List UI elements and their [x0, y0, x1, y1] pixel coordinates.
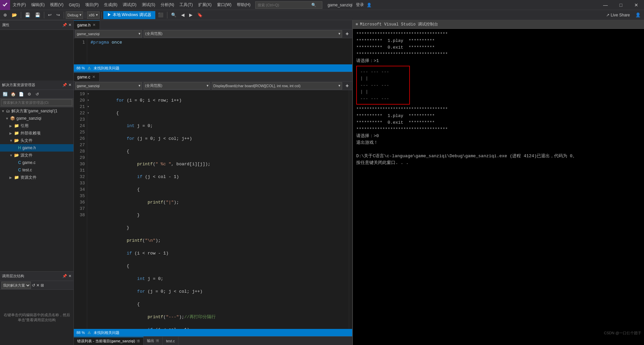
tree-resources[interactable]: ▶ 📁 资源文件 [0, 174, 73, 181]
editor-scrollbar[interactable] [349, 90, 352, 329]
sign-in-icon[interactable]: 👤 [367, 3, 372, 7]
game-h-tab-bar: game.h ✕ [74, 20, 352, 30]
call-hierarchy-pin[interactable]: 📌 [62, 274, 67, 278]
view-toggle-btn[interactable]: ⊞ [41, 283, 44, 288]
tree-root-label: 解决方案'game_sanziqi'(1 [11, 108, 57, 114]
menu-view[interactable]: 视图(V) [47, 0, 66, 10]
call-hierarchy-panel: 调用层次结构 📌 ✕ 我的解决方案 ↺ ✕ ⊞ 右键单击代码编辑器中的成员名称，… [0, 271, 73, 345]
menu-build[interactable]: 生成(B) [101, 0, 120, 10]
sync-btn[interactable]: 🔄 [1, 91, 9, 98]
console-line-5: *********************************** [356, 106, 641, 113]
bookmark-btn[interactable]: 🔖 [195, 11, 205, 19]
grid-row-2: | | [360, 75, 406, 82]
tab-game-h[interactable]: game.h ✕ [74, 20, 100, 29]
tab-test-c[interactable]: test.c [163, 337, 178, 345]
code-content[interactable]: for (i = 0; i < row; i++) { int j = 0; f… [92, 90, 349, 329]
config-dropdown[interactable]: Debug ▾ [66, 11, 83, 19]
tab-game-c[interactable]: game.c ✕ [74, 72, 100, 81]
tab-game-h-close[interactable]: ✕ [92, 23, 96, 27]
tree-ext-deps[interactable]: ▶ 📁 外部依赖项 [0, 129, 73, 137]
sol-explorer-close[interactable]: ✕ [68, 83, 71, 87]
tree-root[interactable]: ▼ 🗂 解决方案'game_sanziqi'(1 [0, 107, 73, 115]
game-c-nav1[interactable]: game_sanziqi▾ [75, 82, 142, 90]
menu-extensions[interactable]: 扩展(X) [196, 0, 214, 10]
call-hierarchy-header: 调用层次结构 📌 ✕ [0, 272, 73, 281]
sign-in-button[interactable]: 登录 [356, 2, 364, 8]
code-editor[interactable]: 19 20 21 22 23 24 25 26 27 28 29 30 31 3… [74, 90, 352, 329]
tab-game-c-close[interactable]: ✕ [92, 75, 96, 79]
menu-project[interactable]: 项目(P) [83, 0, 101, 10]
game-h-editor: game.h ✕ game_sanziqi▾ (全局范围)▾ + 1 [74, 20, 352, 72]
save-btn[interactable]: 💾 [23, 11, 32, 19]
stop-hierarchy-btn[interactable]: ✕ [36, 283, 40, 288]
call-hierarchy-dropdown[interactable]: 我的解决方案 [1, 282, 31, 289]
properties-close[interactable]: ✕ [68, 23, 71, 27]
sep4 [85, 12, 85, 18]
tree-headers[interactable]: ▼ 📂 头文件 [0, 137, 73, 144]
open-btn[interactable]: 📂 [10, 11, 19, 19]
refresh-hierarchy-btn[interactable]: ↺ [32, 283, 35, 288]
tree-game-c-label: game.c [22, 160, 36, 165]
game-h-code-content[interactable]: #pragma once [87, 38, 352, 64]
run-debug-btn[interactable]: ▶ 本地 Windows 调试器 [103, 11, 155, 19]
game-c-nav2[interactable]: (全局范围)▾ [144, 82, 211, 90]
menu-analyze[interactable]: 分析(N) [158, 0, 177, 10]
props-btn[interactable]: ⚙ [25, 91, 33, 98]
redo-btn[interactable]: ↪ [54, 11, 62, 19]
feedback-btn[interactable]: 👤 [633, 11, 643, 19]
menu-help[interactable]: 帮助(H) [234, 0, 253, 10]
project-name: game_sanziqi [328, 3, 353, 7]
sep6 [167, 12, 167, 18]
show-files-btn[interactable]: 📄 [17, 91, 25, 98]
game-h-nav1[interactable]: game_sanziqi▾ [75, 30, 142, 38]
properties-pin[interactable]: 📌 [62, 23, 67, 27]
fold-indicators: ▾ ▾ ▾ ▾ [87, 90, 92, 329]
sol-search-input[interactable] [1, 99, 72, 106]
tree-game-c[interactable]: C game.c [0, 159, 73, 166]
sol-explorer-pin[interactable]: 📌 [62, 83, 67, 87]
menu-test[interactable]: 测试(S) [139, 0, 158, 10]
search-box[interactable]: 🔍 [255, 1, 322, 9]
sol-search-box[interactable] [0, 99, 73, 107]
nav-fwd-btn[interactable]: ▶ [187, 11, 195, 19]
tree-project[interactable]: ▼ 📦 game_sanziqi [0, 115, 73, 122]
tab-output-pin[interactable]: 博 [156, 339, 159, 343]
live-share-btn[interactable]: ↗ Live Share [603, 13, 633, 17]
tree-game-h[interactable]: H game.h [0, 144, 73, 152]
undo-btn[interactable]: ↩ [46, 11, 54, 19]
minimize-button[interactable]: — [598, 0, 613, 10]
grid-row-4: | | [360, 89, 406, 95]
search-icon: 🔍 [311, 3, 316, 7]
game-c-add[interactable]: + [343, 82, 351, 90]
nav-back-btn[interactable]: ◀ [179, 11, 186, 19]
game-h-nav2[interactable]: (全局范围)▾ [144, 30, 342, 38]
game-h-add[interactable]: + [343, 30, 351, 38]
refresh-btn[interactable]: ↺ [34, 91, 41, 98]
menu-edit[interactable]: 编辑(E) [29, 0, 47, 10]
console-icon: ■ [356, 22, 358, 27]
close-button[interactable]: ✕ [629, 0, 644, 10]
tab-output[interactable]: 输出 博 [144, 337, 163, 345]
menu-file[interactable]: 文件(F) [10, 0, 29, 10]
tree-references[interactable]: ▶ 📁 引用 [0, 122, 73, 129]
menu-window[interactable]: 窗口(W) [214, 0, 234, 10]
call-hierarchy-close[interactable]: ✕ [68, 274, 71, 278]
home-btn[interactable]: 🏠 [9, 91, 17, 98]
properties-panel: 属性 📌 ✕ [0, 20, 73, 80]
search-input[interactable] [258, 3, 311, 7]
menu-tools[interactable]: 工具(T) [177, 0, 195, 10]
stop-btn[interactable]: ⬛ [156, 11, 165, 19]
new-project-btn[interactable]: ⊕ [1, 11, 9, 19]
menu-git[interactable]: Git(G) [66, 0, 83, 10]
tree-sources[interactable]: ▼ 📂 源文件 [0, 152, 73, 159]
tab-errors-pin[interactable]: 博 [137, 339, 140, 344]
find-btn[interactable]: 🔍 [169, 11, 178, 19]
platform-dropdown[interactable]: x86 ▾ [87, 11, 100, 19]
maximize-button[interactable]: □ [613, 0, 629, 10]
save-all-btn[interactable]: 💾 [33, 11, 42, 19]
tree-test-c[interactable]: C test.c [0, 166, 73, 174]
game-c-nav3[interactable]: DisplayBoard(char board[ROW][COL], int r… [212, 82, 342, 90]
sol-explorer-title: 解决方案资源管理器 [2, 82, 61, 88]
tab-errors[interactable]: 错误列表 - 当前项目(game_sanziqi) 博 [74, 337, 144, 345]
menu-debug[interactable]: 调试(D) [120, 0, 139, 10]
